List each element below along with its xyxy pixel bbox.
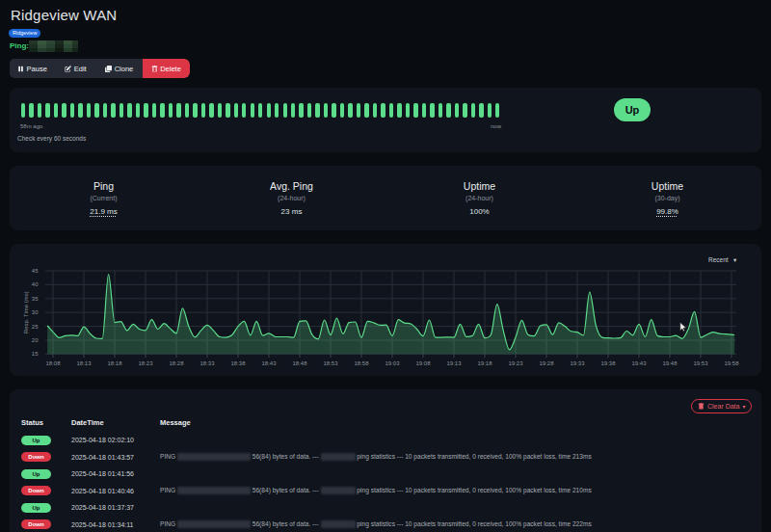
svg-text:18:33: 18:33 [199,360,215,366]
svg-text:19:58: 19:58 [724,360,739,366]
svg-text:45: 45 [32,268,39,274]
svg-text:40: 40 [32,281,39,287]
svg-text:30: 30 [32,309,39,315]
svg-text:18:48: 18:48 [292,360,307,366]
svg-text:19:43: 19:43 [631,360,647,366]
svg-text:19:48: 19:48 [662,360,678,366]
svg-text:18:38: 18:38 [230,360,246,366]
svg-text:35: 35 [32,296,39,302]
svg-text:18:13: 18:13 [76,360,92,366]
svg-text:19:23: 19:23 [508,360,523,366]
svg-text:19:33: 19:33 [570,360,585,366]
svg-text:18:08: 18:08 [45,360,61,366]
svg-text:18:18: 18:18 [107,360,122,366]
svg-text:19:13: 19:13 [446,360,462,366]
svg-text:19:53: 19:53 [693,360,708,366]
svg-text:20: 20 [32,337,39,343]
svg-text:19:38: 19:38 [600,360,616,366]
svg-text:19:28: 19:28 [539,360,554,366]
svg-text:18:23: 18:23 [138,360,153,366]
svg-text:15: 15 [32,351,39,357]
svg-text:19:08: 19:08 [415,360,431,366]
svg-text:19:03: 19:03 [385,360,400,366]
svg-text:18:53: 18:53 [323,360,338,366]
svg-text:18:28: 18:28 [169,360,184,366]
svg-text:18:58: 18:58 [354,360,369,366]
svg-text:18:43: 18:43 [261,360,277,366]
svg-text:19:18: 19:18 [477,360,492,366]
svg-text:25: 25 [32,324,39,330]
svg-text:Resp. Time (ms): Resp. Time (ms) [23,291,29,333]
